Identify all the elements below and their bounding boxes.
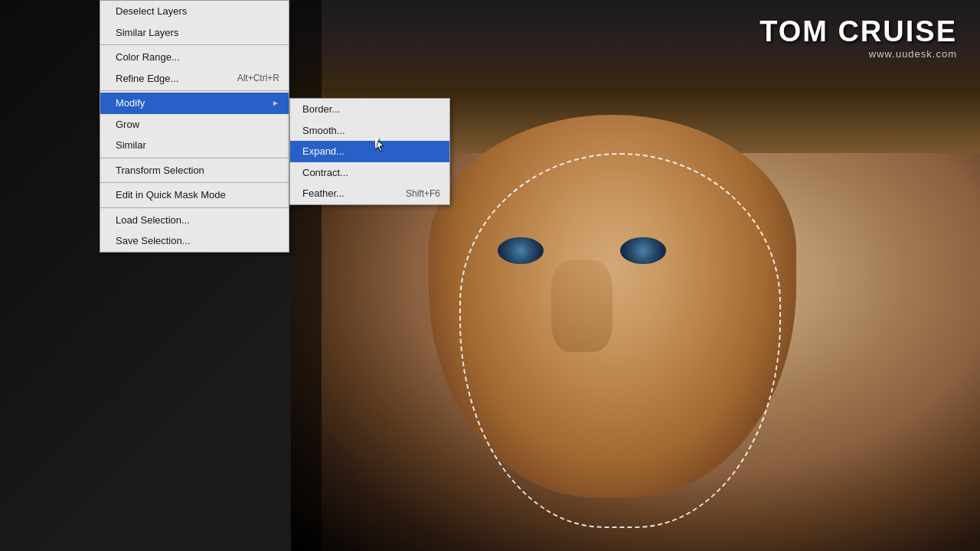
secondary-context-menu: Border... Smooth... Expand... Contract..… <box>289 98 450 205</box>
menu-item-modify[interactable]: Modify ► <box>100 93 289 114</box>
watermark: TOM CRUISE www.uudesk.com <box>760 15 957 60</box>
menu-item-border[interactable]: Border... <box>290 99 449 120</box>
menu-item-grow[interactable]: Grow <box>100 114 289 135</box>
menu-item-feather[interactable]: Feather... Shift+F6 <box>290 183 449 204</box>
separator-1 <box>100 44 289 45</box>
menu-item-color-range[interactable]: Color Range... <box>100 47 289 68</box>
watermark-name: TOM CRUISE <box>760 15 957 48</box>
submenu-arrow-modify: ► <box>272 97 279 109</box>
menu-item-transform-selection[interactable]: Transform Selection <box>100 160 289 181</box>
menu-item-load-selection[interactable]: Load Selection... <box>100 210 289 231</box>
menu-item-similar[interactable]: Similar <box>100 135 289 156</box>
primary-context-menu: Deselect Layers Similar Layers Color Ran… <box>100 0 289 253</box>
watermark-url: www.uudesk.com <box>760 48 957 60</box>
menu-item-edit-quick-mask[interactable]: Edit in Quick Mask Mode <box>100 184 289 206</box>
selection-outline <box>459 153 781 528</box>
separator-4 <box>100 182 289 183</box>
menu-item-save-selection[interactable]: Save Selection... <box>100 230 289 252</box>
separator-2 <box>100 90 289 91</box>
menu-item-similar-layers[interactable]: Similar Layers <box>100 22 289 44</box>
menu-item-refine-edge[interactable]: Refine Edge... Alt+Ctrl+R <box>100 68 289 90</box>
menu-item-deselect-layers[interactable]: Deselect Layers <box>100 1 289 22</box>
separator-3 <box>100 158 289 158</box>
face-photo <box>291 0 980 551</box>
menu-item-smooth[interactable]: Smooth... <box>290 120 449 142</box>
separator-5 <box>100 207 289 208</box>
menu-item-contract[interactable]: Contract... <box>290 162 449 184</box>
menu-item-expand[interactable]: Expand... <box>290 141 449 162</box>
